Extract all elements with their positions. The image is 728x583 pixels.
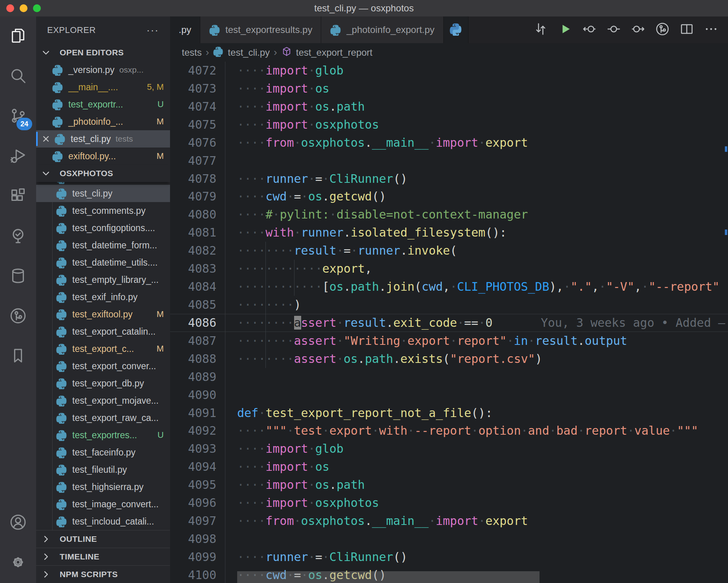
activity-item-explorer[interactable] — [0, 16, 36, 56]
code-line-4097[interactable]: 4097····from·osxphotos.__main__·import·e… — [170, 512, 728, 530]
activity-item-settings[interactable] — [0, 543, 36, 583]
tab-_photoinfo_export.py[interactable]: _photoinfo_export.py — [321, 16, 443, 43]
code-line-4092[interactable]: 4092····"""·test·export·with·--report·op… — [170, 422, 728, 440]
tab-.py[interactable]: .py — [170, 16, 200, 43]
line-number[interactable]: 4075 — [170, 116, 225, 134]
next-change-button[interactable] — [627, 19, 649, 40]
code-line-4093[interactable]: 4093····import·glob — [170, 440, 728, 458]
activity-item-database[interactable] — [0, 257, 36, 297]
activity-item-accounts[interactable] — [0, 503, 36, 543]
minimize-window-button[interactable] — [20, 4, 27, 12]
gitlens-graph-button[interactable] — [652, 19, 673, 40]
code-line-4094[interactable]: 4094····import·os — [170, 458, 728, 476]
zoom-window-button[interactable] — [33, 4, 41, 12]
tree-item-test_export_c...[interactable]: test_export_c...M — [36, 340, 170, 357]
tree-item-test_cli.py[interactable]: test_cli.py — [36, 185, 170, 202]
more-actions-button[interactable] — [701, 19, 722, 40]
tree-item-test_export_raw_ca...[interactable]: test_export_raw_ca... — [36, 409, 170, 426]
line-number[interactable]: 4088 — [170, 350, 225, 368]
line-number[interactable]: 4090 — [170, 386, 225, 404]
tree-item-test_incloud_catali...[interactable]: test_incloud_catali... — [36, 513, 170, 530]
line-number[interactable]: 4080 — [170, 206, 225, 224]
project-section-header[interactable]: OSXPHOTOS — [36, 165, 170, 182]
tree-item-test_exif_info.py[interactable]: test_exif_info.py — [36, 288, 170, 306]
line-number[interactable]: 4076 — [170, 134, 225, 152]
tab-test_exportresults.py[interactable]: test_exportresults.py — [200, 16, 321, 43]
tree-item-test_image_convert...[interactable]: test_image_convert... — [36, 496, 170, 513]
tree-item-test_faceinfo.py[interactable]: test_faceinfo.py — [36, 444, 170, 461]
code-line-4076[interactable]: 4076····from·osxphotos.__main__·import·e… — [170, 134, 728, 152]
tree-item-test_export_db.py[interactable]: test_export_db.py — [36, 375, 170, 392]
code-line-4095[interactable]: 4095····import·os.path — [170, 476, 728, 494]
line-number[interactable]: 4082 — [170, 242, 225, 260]
line-number[interactable]: 4077 — [170, 152, 225, 170]
line-number[interactable]: 4094 — [170, 458, 225, 476]
horizontal-scrollbar[interactable] — [237, 571, 540, 583]
code-line-4079[interactable]: 4079····cwd·=·os.getcwd() — [170, 188, 728, 206]
code-line-4074[interactable]: 4074····import·os.path — [170, 98, 728, 116]
line-number[interactable]: 4089 — [170, 368, 225, 386]
tree-item-test_export_conver...[interactable]: test_export_conver... — [36, 357, 170, 375]
code-line-4083[interactable]: 4083············export, — [170, 260, 728, 278]
line-number[interactable]: 4083 — [170, 260, 225, 278]
code-line-4089[interactable]: 4089 — [170, 368, 728, 386]
close-window-button[interactable] — [6, 4, 14, 12]
sidebar-more-actions[interactable]: ··· — [146, 24, 159, 36]
tree-item-test_empty_library_...[interactable]: test_empty_library_... — [36, 271, 170, 288]
open-editor-test_exportr...[interactable]: test_exportr...U — [36, 96, 170, 113]
line-number[interactable]: 4092 — [170, 422, 225, 440]
activity-item-testing[interactable] — [0, 217, 36, 257]
breadcrumb-item[interactable]: test_cli.py — [213, 46, 270, 59]
line-number[interactable]: 4095 — [170, 476, 225, 494]
section-outline[interactable]: OUTLINE — [36, 530, 170, 548]
activity-item-bookmarks[interactable] — [0, 337, 36, 377]
code-line-4080[interactable]: 4080····#·pylint:·disable=not-context-ma… — [170, 206, 728, 224]
section-npm-scripts[interactable]: NPM SCRIPTS — [36, 565, 170, 583]
code-line-4091[interactable]: 4091def·test_export_report_not_a_file(): — [170, 404, 728, 422]
line-number[interactable]: 4100 — [170, 566, 225, 583]
line-number[interactable]: 4079 — [170, 188, 225, 206]
open-editor-exiftool.py...[interactable]: exiftool.py...M — [36, 148, 170, 165]
code-line-4086[interactable]: 4086········assert·result.exit_code·==·0… — [170, 314, 728, 332]
tree-item-test_configoptions....[interactable]: test_configoptions.... — [36, 219, 170, 237]
code-line-4088[interactable]: 4088········assert·os.path.exists("repor… — [170, 350, 728, 368]
run-python-file-button[interactable] — [554, 19, 576, 40]
line-number[interactable]: 4096 — [170, 494, 225, 512]
line-number[interactable]: 4086 — [170, 314, 225, 332]
code-line-4087[interactable]: 4087········assert·"Writing·export·repor… — [170, 332, 728, 350]
open-editor-test_cli.py[interactable]: test_cli.pytests — [36, 130, 170, 148]
code-line-4072[interactable]: 4072····import·glob — [170, 62, 728, 80]
code-line-4084[interactable]: 4084············[os.path.join(cwd,·CLI_P… — [170, 278, 728, 296]
code-line-4096[interactable]: 4096····import·osxphotos — [170, 494, 728, 512]
code-line-4085[interactable]: 4085········) — [170, 296, 728, 314]
tree-item-test_export_catalin...[interactable]: test_export_catalin... — [36, 323, 170, 340]
previous-change-button[interactable] — [579, 19, 600, 40]
line-number[interactable]: 4085 — [170, 296, 225, 314]
activity-item-extensions[interactable] — [0, 177, 36, 217]
tree-item-test_datetime_form...[interactable]: test_datetime_form... — [36, 237, 170, 254]
current-change-button[interactable] — [603, 19, 624, 40]
activity-item-gitlens[interactable] — [0, 297, 36, 337]
line-number[interactable]: 4072 — [170, 62, 225, 80]
code-line-4081[interactable]: 4081····with·runner.isolated_filesystem(… — [170, 224, 728, 242]
open-editor-__main__....[interactable]: __main__....5, M — [36, 78, 170, 96]
activity-item-run-and-debug[interactable] — [0, 137, 36, 177]
close-icon[interactable] — [41, 134, 51, 144]
line-number[interactable]: 4087 — [170, 332, 225, 350]
split-editor-button[interactable] — [676, 19, 697, 40]
line-number[interactable]: 4078 — [170, 170, 225, 188]
code-line-4077[interactable]: 4077 — [170, 152, 728, 170]
code-line-4082[interactable]: 4082········result·=·runner.invoke( — [170, 242, 728, 260]
open-editors-section-header[interactable]: OPEN EDITORS — [36, 44, 170, 61]
pinned-python-tab[interactable] — [444, 16, 468, 43]
tree-item-test_export_mojave...[interactable]: test_export_mojave... — [36, 392, 170, 409]
line-number[interactable]: 4074 — [170, 98, 225, 116]
code-line-4075[interactable]: 4075····import·osxphotos — [170, 116, 728, 134]
line-number[interactable]: 4081 — [170, 224, 225, 242]
code-editor[interactable]: 4072····import·glob4073····import·os4074… — [170, 62, 728, 583]
compare-changes-button[interactable] — [530, 19, 551, 40]
open-editor-_photoinfo_...[interactable]: _photoinfo_...M — [36, 113, 170, 130]
line-number[interactable]: 4084 — [170, 278, 225, 296]
tree-item-test_highsierra.py[interactable]: test_highsierra.py — [36, 478, 170, 496]
line-number[interactable]: 4091 — [170, 404, 225, 422]
